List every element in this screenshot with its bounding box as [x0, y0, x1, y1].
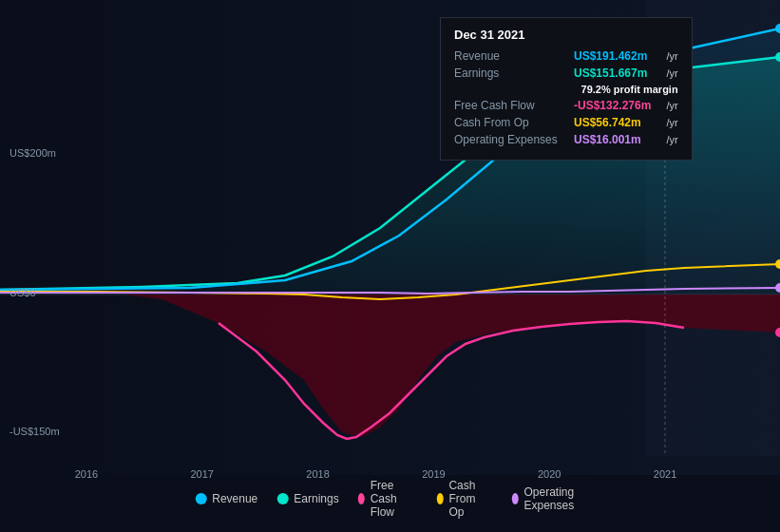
legend-earnings-label: Earnings — [294, 492, 338, 505]
tooltip-opex-unit: /yr — [666, 134, 677, 145]
y-label-0: US$0 — [10, 287, 36, 298]
legend-cashop-dot — [436, 493, 443, 504]
tooltip-cashop-value: US$56.742m — [574, 116, 641, 129]
tooltip-fcf-row: Free Cash Flow -US$132.276m /yr — [454, 99, 678, 112]
tooltip-revenue-unit: /yr — [666, 50, 677, 62]
x-label-2021: 2021 — [654, 468, 676, 480]
x-label-2016: 2016 — [75, 468, 98, 480]
chart-legend: Revenue Earnings Free Cash Flow Cash Fro… — [195, 479, 585, 519]
tooltip-fcf-label: Free Cash Flow — [454, 99, 559, 112]
tooltip-fcf-unit: /yr — [666, 100, 677, 111]
legend-revenue-dot — [195, 493, 206, 504]
y-label-neg150: -US$150m — [10, 426, 60, 437]
tooltip-cashop-row: Cash From Op US$56.742m /yr — [454, 116, 678, 129]
tooltip-revenue-value: US$191.462m — [574, 49, 647, 63]
y-label-200: US$200m — [10, 147, 56, 159]
legend-revenue-label: Revenue — [212, 492, 257, 505]
tooltip-earnings-row: Earnings US$151.667m /yr — [454, 66, 678, 80]
tooltip-revenue-row: Revenue US$191.462m /yr — [454, 49, 678, 63]
tooltip-opex-row: Operating Expenses US$16.001m /yr — [454, 133, 678, 146]
legend-opex[interactable]: Operating Expenses — [511, 485, 584, 512]
tooltip-cashop-unit: /yr — [666, 117, 677, 128]
legend-opex-dot — [511, 493, 518, 504]
tooltip-box: Dec 31 2021 Revenue US$191.462m /yr Earn… — [440, 17, 693, 161]
tooltip-cashop-label: Cash From Op — [454, 116, 559, 129]
tooltip-earnings-label: Earnings — [454, 66, 559, 80]
legend-opex-label: Operating Expenses — [523, 485, 584, 512]
legend-fcf[interactable]: Free Cash Flow — [358, 479, 418, 519]
tooltip-opex-value: US$16.001m — [574, 133, 641, 146]
legend-cashop[interactable]: Cash From Op — [436, 479, 492, 519]
tooltip-margin-row: 79.2% profit margin — [454, 84, 678, 95]
tooltip-earnings-value: US$151.667m — [574, 66, 647, 80]
tooltip-revenue-label: Revenue — [454, 49, 559, 63]
legend-earnings-dot — [276, 493, 288, 504]
legend-revenue[interactable]: Revenue — [195, 492, 257, 505]
legend-fcf-dot — [358, 493, 365, 504]
legend-cashop-label: Cash From Op — [448, 479, 492, 519]
tooltip-margin-value: 79.2% profit margin — [581, 84, 678, 95]
tooltip-opex-label: Operating Expenses — [454, 133, 559, 146]
legend-fcf-label: Free Cash Flow — [371, 479, 418, 519]
tooltip-earnings-unit: /yr — [666, 67, 677, 79]
tooltip-date: Dec 31 2021 — [454, 28, 678, 42]
legend-earnings[interactable]: Earnings — [276, 492, 338, 505]
tooltip-fcf-value: -US$132.276m — [574, 99, 651, 112]
chart-container: US$200m US$0 -US$150m 2016 2017 2018 201… — [0, 0, 780, 532]
